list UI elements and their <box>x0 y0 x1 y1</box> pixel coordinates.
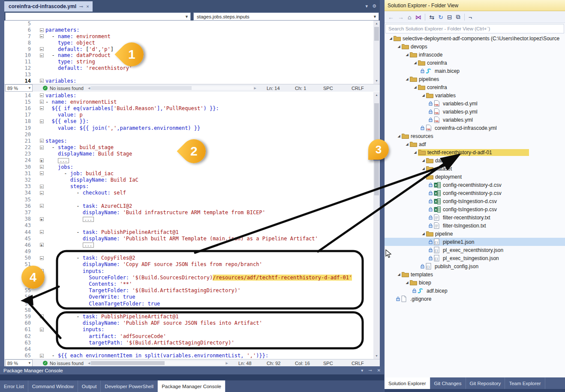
collapse-region-icon[interactable]: − <box>40 54 44 57</box>
panel-tab-git-changes[interactable]: Git Changes <box>430 377 466 389</box>
tree-item-dataflow[interactable]: ◢dataflow <box>385 156 565 165</box>
scroll-right-icon[interactable]: ▶ <box>226 362 228 365</box>
code-line[interactable]: 59− - task: PublishPipelineArtifact@1 <box>4 313 380 320</box>
fold-margin[interactable]: − <box>38 120 45 123</box>
fold-margin[interactable]: − <box>38 28 45 32</box>
code-line[interactable]: 13 <box>4 71 380 78</box>
bottom-tab-command-window[interactable]: Command Window <box>28 380 78 392</box>
collapsed-region-chip[interactable]: ... <box>58 158 69 163</box>
expand-region-icon[interactable]: + <box>40 217 44 221</box>
expander-icon[interactable]: ◢ <box>404 142 410 146</box>
fold-margin[interactable]: − <box>38 139 45 143</box>
status-eol[interactable]: CRLF <box>352 361 374 366</box>
collapse-all-icon[interactable]: ⊟ <box>447 14 452 21</box>
code-line[interactable]: 14−variables: <box>4 92 380 99</box>
code-line[interactable]: 50− - task: CopyFiles@2 <box>4 255 380 261</box>
expander-icon[interactable]: ◢ <box>404 77 410 81</box>
preview-selected-items-icon[interactable]: ⌐ <box>469 14 472 21</box>
document-tab[interactable]: coreinfra-cd-infrascode.yml ⊸ × <box>4 1 93 12</box>
expander-icon[interactable]: ◢ <box>421 232 426 236</box>
collapse-region-icon[interactable]: − <box>40 185 44 189</box>
fold-margin[interactable]: − <box>38 171 45 175</box>
code-line[interactable]: 31− - job: build_iac <box>4 170 380 177</box>
code-line[interactable]: 36− - task: AzureCLI@2 <box>4 203 380 209</box>
tree-item-config-recenthistory-d-csv[interactable]: Xconfig-recenthistory-d.csv <box>385 181 565 189</box>
code-line[interactable]: 17 value: p <box>4 112 380 118</box>
expander-icon[interactable]: ◢ <box>396 134 402 138</box>
panel-tab-team-explorer[interactable]: Team Explorer <box>505 377 545 389</box>
tree-item-dataset[interactable]: ◢dataset <box>385 165 565 173</box>
fold-margin[interactable]: − <box>38 204 45 208</box>
code-line[interactable]: 5 <box>4 21 380 27</box>
code-line[interactable]: 58 <box>4 307 380 313</box>
code-line[interactable]: 38+ ... <box>4 216 380 222</box>
collapse-region-icon[interactable]: − <box>40 79 44 83</box>
scroll-left-icon[interactable]: ◀ <box>88 87 90 90</box>
code-line[interactable]: 16− ${{ if eq(variables['Build.Reason'],… <box>4 105 380 111</box>
scroll-down-icon[interactable]: ▼ <box>373 78 380 84</box>
collapse-region-icon[interactable]: − <box>40 230 44 234</box>
fold-margin[interactable]: − <box>38 93 45 97</box>
fold-margin[interactable]: − <box>38 314 45 318</box>
code-line[interactable]: 7− - name: environment <box>4 33 380 40</box>
tree-item-adf[interactable]: ◢adf <box>385 140 565 148</box>
collapse-region-icon[interactable]: − <box>40 34 44 38</box>
code-line[interactable]: 9− default: ['d','p'] <box>4 46 380 52</box>
code-line[interactable]: 37 displayName: 'Build infrastructure AR… <box>4 209 380 215</box>
tree-item-pl-exec-recenthistory-json[interactable]: { }pl_exec_recenthistory.json <box>385 246 565 254</box>
code-line[interactable]: 52− inputs: <box>4 268 380 274</box>
scroll-down-icon[interactable]: ▼ <box>373 353 380 359</box>
fold-margin[interactable]: + <box>38 243 45 247</box>
panel-tab-solution-explorer[interactable]: Solution Explorer <box>385 377 430 389</box>
fold-margin[interactable]: − <box>38 165 45 169</box>
console-title-bar[interactable]: Package Manager Console ▾ ⊸ ✕ <box>0 366 384 374</box>
fold-margin[interactable]: − <box>38 79 45 83</box>
scroll-up-icon[interactable]: ▲ <box>373 21 380 27</box>
expander-icon[interactable]: ◢ <box>412 61 418 65</box>
code-line[interactable]: 35 <box>4 196 380 203</box>
issues-indicator[interactable]: ✓ No issues found <box>43 86 84 91</box>
zoom-select[interactable]: 89 %▼ <box>5 359 33 367</box>
tree-item-coreinfra[interactable]: ◢coreinfra <box>385 83 565 91</box>
fold-margin[interactable]: − <box>38 106 45 110</box>
tree-item-filter-recenthistory-txt[interactable]: filter-recenthistory.txt <box>385 213 565 221</box>
fold-margin[interactable]: − <box>38 256 45 260</box>
code-line[interactable]: 53 SourceFolder: '$(Build.SourcesDirecto… <box>4 274 380 281</box>
scrollbar-thumb[interactable] <box>374 27 379 41</box>
code-line[interactable]: 51 displayName: 'Copy ADF source JSON fi… <box>4 261 380 268</box>
back-icon[interactable]: ← <box>388 14 394 21</box>
collapse-region-icon[interactable]: − <box>40 204 44 208</box>
code-line[interactable]: 65− - ${{ each environmentItem in split(… <box>4 353 380 359</box>
expander-icon[interactable]: ◢ <box>404 53 410 57</box>
collapse-region-icon[interactable]: − <box>40 171 44 175</box>
tree-item-infrascode[interactable]: ◢infrascode <box>385 51 565 59</box>
tree-item-variables-d-yml[interactable]: YMLvariables-d.yml <box>385 99 565 108</box>
search-input[interactable] <box>386 26 564 32</box>
tree-item-coreinfra[interactable]: ◢coreinfra <box>385 59 565 67</box>
tree-item-publish-config-json[interactable]: { }publish_config.json <box>385 262 565 270</box>
scroll-up-icon[interactable]: ▲ <box>373 92 380 98</box>
fold-margin[interactable]: − <box>38 100 45 104</box>
code-line[interactable]: 20 <box>4 131 380 138</box>
fold-margin[interactable]: + <box>38 217 45 221</box>
close-icon[interactable]: ✕ <box>377 368 381 373</box>
solution-explorer-title[interactable]: Solution Explorer - Folder View <box>385 0 565 11</box>
code-line[interactable]: 19 value: ${{ join(',',parameters.enviro… <box>4 125 380 131</box>
collapse-region-icon[interactable]: − <box>40 93 44 97</box>
expander-icon[interactable]: ◢ <box>412 150 418 154</box>
expander-icon[interactable]: ◢ <box>404 281 410 284</box>
collapsed-region-chip[interactable]: ... <box>83 242 94 248</box>
code-line[interactable]: 32 displayName: Build IaC <box>4 177 380 183</box>
code-line[interactable]: 61− inputs: <box>4 326 380 333</box>
bottom-tab-output[interactable]: Output <box>78 380 101 392</box>
close-icon[interactable]: × <box>86 4 89 9</box>
tree-item-main-bicep[interactable]: main.bicep <box>385 67 565 75</box>
fold-margin[interactable]: − <box>38 54 45 57</box>
pane1-horizontal-scrollbar[interactable]: ◀ ▶ <box>88 86 256 90</box>
zoom-select[interactable]: 89 %▼ <box>5 84 33 92</box>
solution-explorer-tree[interactable]: ◢selective-deployment-adf-components (C:… <box>385 34 565 377</box>
code-line[interactable]: 43 <box>4 222 380 229</box>
bottom-tab-package-manager-console[interactable]: Package Manager Console <box>158 380 225 392</box>
solution-explorer-search[interactable] <box>385 24 564 33</box>
tree-item-config-recenthistory-p-csv[interactable]: Xconfig-recenthistory-p.csv <box>385 189 565 197</box>
